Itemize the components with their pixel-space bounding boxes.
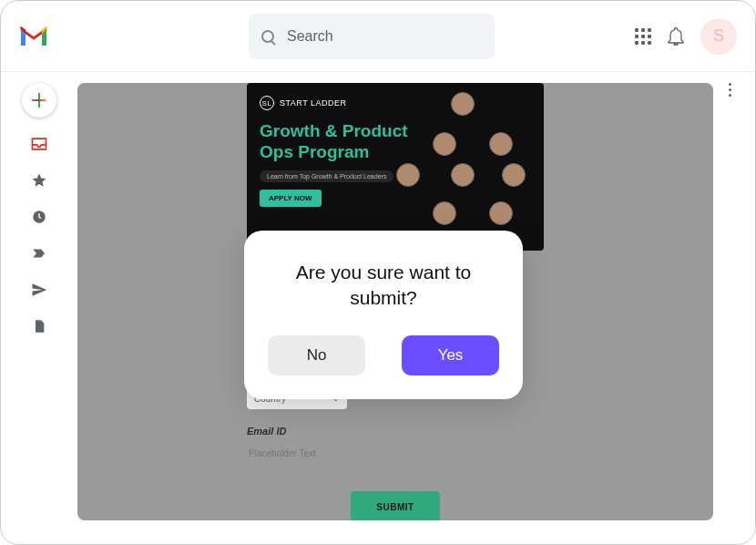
email-field[interactable] xyxy=(247,442,544,464)
email-label: Email ID xyxy=(247,426,544,437)
sidebar-item-inbox[interactable] xyxy=(29,134,49,154)
modal-no-button[interactable]: No xyxy=(268,335,365,375)
people-graphic xyxy=(389,92,535,242)
brand-name: START LADDER xyxy=(280,98,347,108)
avatar-initial: S xyxy=(713,26,724,46)
plus-icon xyxy=(32,93,46,108)
gmail-logo[interactable] xyxy=(19,26,48,47)
search-input[interactable]: Search xyxy=(249,14,495,59)
banner-subtitle: Learn from Top Growth & Product Leaders xyxy=(260,170,393,182)
compose-button[interactable] xyxy=(22,83,56,118)
bell-icon[interactable] xyxy=(668,27,684,46)
confirm-modal: Are you sure want to submit? No Yes xyxy=(244,231,523,399)
submit-button[interactable]: SUBMIT xyxy=(351,491,440,520)
more-menu-icon[interactable] xyxy=(729,83,731,97)
promo-banner: SL START LADDER Growth & Product Ops Pro… xyxy=(247,83,544,251)
sidebar-item-drafts[interactable] xyxy=(29,316,49,336)
sidebar-item-sent[interactable] xyxy=(29,280,49,300)
apps-icon[interactable] xyxy=(635,28,651,45)
sidebar-item-starred[interactable] xyxy=(29,170,49,190)
sidebar xyxy=(1,72,77,545)
sidebar-item-important[interactable] xyxy=(29,243,49,263)
header-right: S xyxy=(635,18,737,55)
sidebar-item-snoozed[interactable] xyxy=(29,207,49,227)
avatar[interactable]: S xyxy=(700,18,737,55)
modal-yes-button[interactable]: Yes xyxy=(402,335,499,375)
apply-now-button[interactable]: APPLY NOW xyxy=(260,190,322,207)
search-placeholder: Search xyxy=(287,28,333,45)
search-icon xyxy=(261,30,274,43)
header: Search S xyxy=(1,1,755,72)
brand-logo-icon: SL xyxy=(260,96,274,110)
modal-title: Are you sure want to submit? xyxy=(268,260,499,312)
